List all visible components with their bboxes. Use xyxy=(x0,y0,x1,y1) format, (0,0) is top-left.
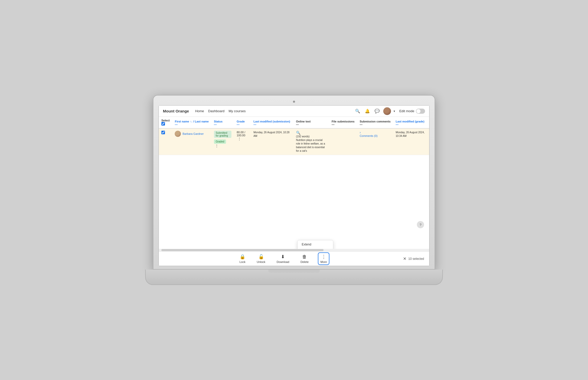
more-label: More xyxy=(320,260,327,263)
th-submission-comments: Submission comments — xyxy=(357,117,393,128)
camera-dot xyxy=(293,101,295,103)
student-avatar xyxy=(175,131,181,137)
chat-icon[interactable]: 💬 xyxy=(374,108,381,115)
scroll-area xyxy=(159,249,429,251)
unlock-button[interactable]: 🔓 Unlock xyxy=(255,253,268,264)
row-last-mod-sub-cell: Monday, 26 August 2024, 10:28 AM xyxy=(251,128,293,155)
th-status-label: Status xyxy=(214,120,223,123)
row-file-sub-cell xyxy=(329,128,357,155)
comments-chevron-icon[interactable]: › xyxy=(360,131,361,134)
th-sub-comments-label: Submission comments xyxy=(360,120,390,123)
nav-icons: 🔍 🔔 💬 ▾ xyxy=(354,107,395,115)
th-file-submissions: File submissions — xyxy=(329,117,357,128)
toolbar-right: ✕ 10 selected xyxy=(403,256,424,261)
last-mod-grade-date: Monday, 26 August 2024, 10:34 AM xyxy=(396,131,425,137)
th-last-modified-grade: Last modified (grade) — xyxy=(393,117,429,128)
th-file-sub-label: File submissions xyxy=(332,120,355,123)
nav-dashboard[interactable]: Dashboard xyxy=(208,109,224,113)
th-grade: Grade — xyxy=(234,117,251,128)
th-online-text-label: Online text xyxy=(296,120,311,123)
top-nav: Mount Orange Home Dashboard My courses 🔍… xyxy=(159,106,429,117)
nav-home[interactable]: Home xyxy=(195,109,204,113)
table-row: Barbara Gardner Submitted for grading Gr… xyxy=(159,128,429,155)
row-name-cell: Barbara Gardner xyxy=(172,128,211,155)
th-online-text: Online text — xyxy=(293,117,329,128)
student-name[interactable]: Barbara Gardner xyxy=(182,132,204,135)
row-comments-cell: › Comments (0) xyxy=(357,128,393,155)
lock-label: Lock xyxy=(239,260,245,263)
help-icon: ? xyxy=(419,223,421,227)
sort-icon[interactable]: ↑↓ xyxy=(190,120,192,123)
laptop-base xyxy=(145,270,443,285)
unlock-label: Unlock xyxy=(257,260,266,263)
delete-label: Delete xyxy=(300,260,309,263)
last-mod-sub-date: Monday, 26 August 2024, 10:28 AM xyxy=(253,131,289,137)
th-last-modified-sub: Last modified (submission) — xyxy=(251,117,293,128)
bottom-toolbar: 🔒 Lock 🔓 Unlock ⬇ Download 🗑 Delete xyxy=(159,251,429,266)
status-submitted: Submitted for grading xyxy=(214,131,232,138)
th-online-text-dash: — xyxy=(296,123,327,126)
delete-icon: 🗑 xyxy=(302,254,307,260)
online-text-words: (192 words) xyxy=(296,135,327,138)
row-online-text-cell: 🔍 (192 words) Nutrition plays a crucial … xyxy=(293,128,329,155)
unlock-icon: 🔓 xyxy=(258,254,264,260)
content-area: Select First name ↑↓ / Last name — Statu… xyxy=(159,117,429,249)
th-grade-dash: — xyxy=(237,123,248,126)
close-button[interactable]: ✕ xyxy=(403,256,406,261)
nav-my-courses[interactable]: My courses xyxy=(229,109,246,113)
online-text-body: Nutrition plays a crucial role in feline… xyxy=(296,138,327,153)
edit-mode-toggle: Edit mode xyxy=(399,109,425,114)
screen: Mount Orange Home Dashboard My courses 🔍… xyxy=(159,105,429,266)
grading-table: Select First name ↑↓ / Last name — Statu… xyxy=(159,117,429,155)
download-button[interactable]: ⬇ Download xyxy=(275,253,291,264)
brand-logo: Mount Orange xyxy=(163,109,189,113)
edit-mode-switch[interactable] xyxy=(416,109,425,114)
online-text-search-icon[interactable]: 🔍 xyxy=(296,131,300,135)
help-button[interactable]: ? xyxy=(417,221,424,228)
row-last-mod-grade-cell: Monday, 26 August 2024, 10:34 AM xyxy=(393,128,429,155)
th-name-label: First name ↑↓ / Last name xyxy=(175,120,209,123)
delete-button[interactable]: 🗑 Delete xyxy=(298,253,311,264)
row-grade-cell: 80.00 / 100.00 ⋮ xyxy=(234,128,251,155)
chevron-down-icon[interactable]: ▾ xyxy=(394,109,395,113)
th-name: First name ↑↓ / Last name — xyxy=(172,117,211,128)
download-icon: ⬇ xyxy=(281,254,285,260)
laptop-notch xyxy=(268,270,320,273)
search-icon[interactable]: 🔍 xyxy=(354,108,361,115)
status-action-dots[interactable]: ⋮ xyxy=(214,143,220,148)
selected-count: 10 selected xyxy=(408,257,424,261)
comments-link[interactable]: Comments (0) xyxy=(360,134,378,137)
th-status-dash: — xyxy=(214,123,232,126)
bell-icon[interactable]: 🔔 xyxy=(364,108,371,115)
row-checkbox-cell xyxy=(159,128,172,155)
dropdown-extend[interactable]: Extend xyxy=(298,240,333,249)
th-lms-label: Last modified (submission) xyxy=(253,120,290,123)
row-status-cell: Submitted for grading Graded ⋮ xyxy=(211,128,234,155)
more-dots-icon: ⋮ xyxy=(321,254,326,260)
th-file-sub-dash: — xyxy=(332,123,355,126)
toolbar-actions: 🔒 Lock 🔓 Unlock ⬇ Download 🗑 Delete xyxy=(164,252,403,265)
th-lms-dash: — xyxy=(253,123,291,126)
grade-value: 80.00 / 100.00 xyxy=(237,131,245,137)
scroll-thumb[interactable] xyxy=(161,249,324,251)
th-select: Select xyxy=(159,117,172,128)
grade-action-dots[interactable]: ⋮ xyxy=(237,136,242,141)
th-sub-comments-dash: — xyxy=(360,123,390,126)
select-label: Select xyxy=(161,119,170,122)
more-button[interactable]: ⋮ More xyxy=(318,252,329,265)
dropdown-menu: Extend Message Upload feedback xyxy=(297,240,333,249)
lock-icon: 🔒 xyxy=(240,254,245,260)
th-status: Status — xyxy=(211,117,234,128)
th-lmg-label: Last modified (grade) xyxy=(396,120,424,123)
download-label: Download xyxy=(277,260,289,263)
avatar[interactable] xyxy=(383,107,391,115)
th-name-dash: — xyxy=(175,123,209,126)
row-checkbox[interactable] xyxy=(161,131,165,134)
th-lmg-dash: — xyxy=(396,123,427,126)
select-all-checkbox[interactable] xyxy=(161,122,165,126)
edit-mode-label: Edit mode xyxy=(399,109,414,113)
dropdown-message[interactable]: Message xyxy=(298,249,333,249)
lock-button[interactable]: 🔒 Lock xyxy=(237,253,247,264)
th-grade-label: Grade xyxy=(237,120,245,123)
